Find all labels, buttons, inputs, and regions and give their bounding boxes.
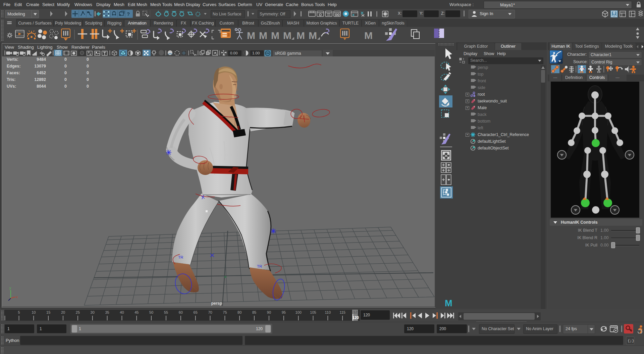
svg-text:80: 80 (237, 310, 241, 314)
svg-text:TR: TR (257, 264, 262, 268)
svg-text:Faces:: Faces: (7, 71, 20, 75)
svg-text:25: 25 (76, 310, 80, 314)
svg-text:70: 70 (208, 310, 212, 314)
svg-text:Tris:: Tris: (7, 77, 15, 82)
svg-text:x: x (16, 295, 18, 299)
svg-text:75: 75 (223, 310, 227, 314)
svg-text:0: 0 (87, 77, 89, 82)
svg-text:Edges:: Edges: (7, 64, 21, 69)
svg-text:M: M (309, 30, 317, 41)
svg-text:M: M (297, 30, 305, 41)
svg-text:105: 105 (310, 310, 316, 314)
svg-text:50: 50 (149, 310, 153, 314)
svg-text:5: 5 (18, 310, 20, 314)
svg-text:?: ? (127, 11, 130, 17)
svg-text:115: 115 (339, 310, 345, 314)
svg-text:95: 95 (282, 310, 286, 314)
svg-text:M: M (445, 298, 452, 308)
svg-text:90: 90 (267, 310, 271, 314)
svg-text:M: M (259, 30, 267, 41)
svg-text:0: 0 (64, 71, 67, 75)
svg-text:persp: persp (211, 301, 222, 306)
svg-text:0: 0 (64, 84, 67, 89)
svg-text:35: 35 (105, 310, 109, 314)
svg-text:12: 12 (353, 310, 357, 314)
svg-text:TR: TR (178, 255, 183, 259)
svg-text:UVs:: UVs: (7, 84, 16, 89)
svg-text:0: 0 (64, 64, 67, 69)
svg-text:20: 20 (61, 310, 65, 314)
svg-text:40: 40 (120, 310, 124, 314)
svg-text:100: 100 (295, 310, 301, 314)
svg-text:13079: 13079 (34, 64, 46, 69)
svg-text:120: 120 (352, 315, 359, 320)
svg-text:85: 85 (252, 310, 256, 314)
svg-text:8044: 8044 (37, 84, 46, 89)
svg-text:Verts:: Verts: (7, 57, 18, 62)
svg-text:6452: 6452 (37, 71, 46, 75)
svg-text:30: 30 (91, 310, 95, 314)
svg-text:12892: 12892 (34, 77, 46, 82)
svg-text:M: M (283, 30, 291, 41)
svg-text:0: 0 (87, 57, 89, 62)
svg-text:55: 55 (164, 310, 168, 314)
svg-text:0: 0 (64, 57, 67, 62)
svg-text:9484: 9484 (37, 57, 46, 62)
svg-text:M: M (271, 30, 279, 41)
svg-text:0: 0 (87, 84, 89, 89)
svg-text:0: 0 (87, 71, 89, 75)
svg-text:ON: ON (266, 52, 269, 54)
svg-text:110: 110 (325, 310, 331, 314)
svg-text:0: 0 (87, 64, 89, 69)
svg-text:65: 65 (194, 310, 198, 314)
svg-text:10: 10 (32, 310, 36, 314)
svg-text:{;}: {;} (628, 339, 634, 343)
svg-text:M: M (364, 30, 373, 41)
svg-text:y: y (9, 286, 11, 290)
svg-text:M: M (247, 30, 255, 41)
svg-text:0: 0 (64, 77, 67, 82)
svg-text:15: 15 (46, 310, 50, 314)
svg-text:45: 45 (135, 310, 139, 314)
svg-text:60: 60 (179, 310, 183, 314)
